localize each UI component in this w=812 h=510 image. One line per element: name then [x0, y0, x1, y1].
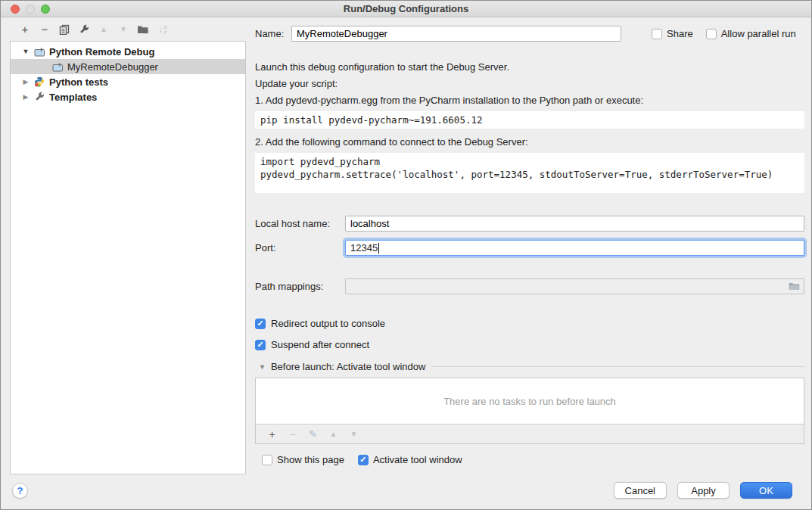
ok-button[interactable]: OK: [740, 482, 792, 499]
allow-parallel-run-checkbox[interactable]: [706, 29, 717, 39]
before-launch-title: Before launch: Activate tool window: [271, 361, 426, 372]
show-this-page-label: Show this page: [277, 454, 344, 465]
empty-tasks-message: There are no tasks to run before launch: [256, 378, 804, 424]
text-caret: [378, 243, 379, 253]
tree-item-label: Python tests: [49, 76, 108, 88]
suspend-after-connect-checkbox[interactable]: ✓: [255, 340, 266, 350]
port-input[interactable]: 12345: [345, 240, 804, 256]
move-task-down-icon: ▼: [344, 427, 364, 442]
python-tests-icon: [33, 76, 45, 87]
cancel-button[interactable]: Cancel: [614, 482, 667, 499]
edit-task-icon: ✎: [303, 427, 323, 442]
suspend-after-connect-option[interactable]: ✓ Suspend after connect: [255, 339, 804, 350]
move-up-icon: ▲: [94, 22, 114, 37]
dialog-footer: ? Cancel Apply OK: [1, 474, 811, 509]
traffic-lights: [11, 1, 50, 17]
collapse-arrow-icon[interactable]: ▶: [21, 78, 30, 86]
instructions: Launch this debug configuration to start…: [255, 61, 804, 193]
add-configuration-button[interactable]: +: [15, 22, 35, 37]
share-option[interactable]: Share: [652, 28, 693, 39]
run-config-icon: [33, 46, 45, 57]
titlebar: Run/Debug Configurations: [1, 1, 811, 17]
apply-button[interactable]: Apply: [677, 482, 730, 499]
activate-tool-window-option[interactable]: ✓ Activate tool window: [358, 454, 462, 465]
activate-tool-window-checkbox[interactable]: ✓: [358, 455, 369, 465]
expand-arrow-icon[interactable]: ▼: [21, 48, 30, 55]
new-folder-icon[interactable]: [133, 22, 153, 37]
move-task-up-icon: ▲: [323, 427, 344, 442]
add-task-button[interactable]: +: [262, 427, 282, 442]
tasks-toolbar: + − ✎ ▲ ▼: [256, 424, 804, 443]
configurations-pane: + − ▲ ▼ ↓ az ▼: [10, 17, 246, 474]
allow-parallel-run-option[interactable]: Allow parallel run: [706, 28, 796, 39]
activate-tool-window-label: Activate tool window: [373, 454, 462, 465]
configuration-editor: Name: Share Allow parallel run Launch th…: [255, 17, 804, 474]
tree-item-label: Templates: [49, 92, 97, 103]
window-title: Run/Debug Configurations: [1, 3, 811, 14]
instruction-step-1: 1. Add pydevd-pycharm.egg from the PyCha…: [255, 95, 804, 107]
redirect-output-label: Redirect output to console: [271, 318, 385, 329]
copy-configuration-icon[interactable]: [54, 22, 74, 37]
path-mappings-input[interactable]: [345, 278, 804, 294]
question-mark-icon: ?: [17, 485, 23, 496]
collapse-arrow-icon[interactable]: ▶: [21, 93, 30, 101]
instruction-line: Update your script:: [255, 78, 804, 90]
help-button[interactable]: ?: [12, 483, 28, 499]
collapse-triangle-icon[interactable]: ▼: [259, 363, 266, 371]
redirect-output-checkbox[interactable]: ✓: [255, 319, 266, 329]
move-down-icon: ▼: [114, 22, 133, 37]
local-host-name-label: Local host name:: [255, 218, 345, 229]
remove-configuration-button[interactable]: −: [35, 22, 54, 37]
settrace-snippet: import pydevd_pycharm pydevd_pycharm.set…: [255, 153, 804, 193]
pip-install-snippet: pip install pydevd-pycharm~=191.6605.12: [255, 111, 804, 129]
tree-item-label: MyRemoteDebugger: [67, 61, 158, 73]
path-mappings-label: Path mappings:: [255, 281, 345, 292]
share-checkbox[interactable]: [652, 29, 662, 39]
templates-wrench-icon: [33, 92, 45, 102]
before-launch-section-header[interactable]: ▼ Before launch: Activate tool window: [255, 361, 804, 372]
port-label: Port:: [255, 242, 345, 253]
check-icon: ✓: [257, 340, 263, 350]
share-label: Share: [667, 28, 693, 39]
suspend-after-connect-label: Suspend after connect: [271, 339, 369, 350]
show-this-page-option[interactable]: Show this page: [262, 454, 344, 465]
separator-line: [431, 366, 804, 367]
check-icon: ✓: [359, 455, 366, 465]
browse-folder-icon[interactable]: [786, 281, 801, 293]
show-this-page-checkbox[interactable]: [262, 455, 272, 465]
edit-templates-icon[interactable]: [74, 22, 94, 37]
main-area: + − ▲ ▼ ↓ az ▼: [1, 17, 811, 474]
fullscreen-button[interactable]: [41, 5, 50, 14]
name-input[interactable]: [291, 26, 621, 42]
check-icon: ✓: [257, 319, 263, 328]
redirect-output-option[interactable]: ✓ Redirect output to console: [255, 318, 804, 329]
sort-configurations-icon: ↓ az: [153, 22, 173, 37]
name-label: Name:: [255, 28, 291, 39]
local-host-name-input[interactable]: [345, 216, 804, 232]
tree-item-label: Python Remote Debug: [49, 46, 154, 58]
instruction-step-2: 2. Add the following command to connect …: [255, 136, 804, 148]
before-launch-tasks-panel: There are no tasks to run before launch …: [255, 378, 804, 444]
allow-parallel-run-label: Allow parallel run: [721, 28, 796, 39]
configurations-toolbar: + − ▲ ▼ ↓ az: [10, 17, 246, 41]
configurations-tree: ▼ Python Remote Debug MyRemoteDebugger ▶: [10, 41, 246, 474]
tree-item-python-tests[interactable]: ▶ Python tests: [11, 74, 245, 89]
instruction-line: Launch this debug configuration to start…: [255, 61, 804, 73]
tree-item-python-remote-debug[interactable]: ▼ Python Remote Debug: [11, 44, 245, 59]
tree-item-templates[interactable]: ▶ Templates: [11, 89, 245, 104]
close-button[interactable]: [11, 5, 20, 14]
run-config-icon: [51, 61, 64, 72]
run-debug-configurations-dialog: Run/Debug Configurations + − ▲ ▼ ↓: [0, 0, 812, 510]
minimize-button: [26, 5, 35, 14]
tree-item-myremotedebugger[interactable]: MyRemoteDebugger: [11, 59, 245, 74]
remove-task-button: −: [282, 427, 303, 442]
